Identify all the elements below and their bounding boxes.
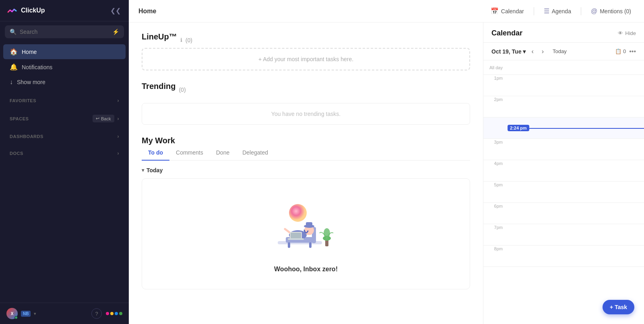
calendar-icon: 📅 — [491, 7, 499, 15]
time-slot-5pm-content — [508, 182, 644, 202]
mentions-button[interactable]: @ Mentions (0) — [588, 5, 634, 17]
svg-rect-11 — [291, 233, 301, 238]
tab-done[interactable]: Done — [210, 145, 236, 161]
time-label-2pm: 2pm — [483, 96, 508, 102]
mentions-button-label: Mentions (0) — [600, 8, 631, 14]
lineup-heading: LineUp™ — [142, 32, 177, 41]
tab-comments[interactable]: Comments — [169, 145, 210, 161]
time-slot-2pm: 2pm — [483, 96, 644, 118]
home-icon: 🏠 — [10, 48, 18, 56]
sidebar-item-show-more[interactable]: ↓ Show more — [3, 75, 126, 89]
logo-text: ClickUp — [21, 7, 45, 14]
sidebar-search-container: 🔍 ⚡ — [5, 25, 124, 38]
tab-delegated[interactable]: Delegated — [236, 145, 275, 161]
time-slot-1pm-content — [508, 75, 644, 96]
time-slot-6pm-content — [508, 203, 644, 224]
add-task-fab[interactable]: + Task — [603, 300, 634, 314]
eye-off-icon: 👁 — [618, 30, 623, 36]
svg-rect-9 — [306, 222, 312, 227]
favorites-header[interactable]: FAVORITES › — [6, 95, 122, 107]
time-label-current — [483, 118, 508, 118]
lineup-count: (0) — [186, 37, 192, 43]
tab-comments-label: Comments — [176, 149, 203, 156]
tab-todo-label: To do — [148, 149, 163, 156]
trending-heading: Trending — [142, 82, 175, 91]
dashboards-header[interactable]: DASHBOARDS › — [6, 130, 122, 142]
svg-rect-5 — [309, 242, 312, 248]
trending-count: (0) — [179, 87, 186, 93]
sidebar-collapse-button[interactable]: ❮❮ — [109, 5, 122, 16]
today-section: ▾ Today — [142, 167, 470, 289]
user-badge: NB — [21, 311, 31, 317]
bell-icon: 🔔 — [10, 63, 18, 71]
sidebar-item-notifications[interactable]: 🔔 Notifications — [3, 60, 126, 74]
svg-rect-4 — [288, 242, 290, 248]
tab-done-label: Done — [216, 149, 229, 156]
dot-yellow — [110, 312, 114, 315]
sidebar-item-home[interactable]: 🏠 Home — [3, 44, 126, 59]
calendar-prev-button[interactable]: ‹ — [529, 47, 536, 56]
my-work-tabs: To do Comments Done Delegated — [142, 145, 470, 161]
calendar-nav: Oct 19, Tue ▾ ‹ › Today 📋 0 ••• — [483, 43, 644, 60]
lineup-add-placeholder[interactable]: + Add your most important tasks here. — [142, 48, 470, 70]
calendar-date-label[interactable]: Oct 19, Tue ▾ — [491, 48, 526, 55]
time-slot-2pm-content — [508, 96, 644, 117]
left-panel: LineUp™ ℹ (0) + Add your most important … — [129, 23, 483, 324]
trending-section: Trending (0) You have no trending tasks. — [142, 82, 470, 125]
calendar-add-button[interactable]: 📋 0 — [615, 48, 626, 54]
user-dropdown-icon: ▾ — [34, 311, 36, 316]
online-indicator — [14, 316, 18, 319]
agenda-button-label: Agenda — [552, 8, 571, 14]
dot-pink — [106, 312, 109, 315]
time-slot-7pm-content — [508, 224, 644, 245]
time-label-7pm: 7pm — [483, 224, 508, 230]
relaxing-illustration — [266, 195, 346, 259]
calendar-today-button[interactable]: Today — [549, 47, 570, 56]
agenda-button[interactable]: ☰ Agenda — [541, 5, 574, 17]
avatar: X — [6, 308, 18, 319]
top-bar-divider-2 — [581, 7, 581, 15]
chevron-down-icon: ↓ — [10, 78, 13, 86]
back-icon: ↩ — [96, 116, 99, 121]
calendar-next-button[interactable]: › — [539, 47, 546, 56]
dot-green — [119, 312, 122, 315]
favorites-section: FAVORITES › — [0, 91, 129, 108]
footer-icons: ? — [91, 308, 122, 319]
spaces-header[interactable]: SPACES ↩ Back › — [6, 111, 122, 126]
docs-section: DOCS › — [0, 144, 129, 161]
lightning-button[interactable]: ⚡ — [112, 29, 119, 35]
spaces-label: SPACES — [10, 116, 29, 121]
all-day-label: All day — [483, 65, 508, 70]
sidebar-nav: 🏠 Home 🔔 Notifications ↓ Show more — [0, 42, 129, 91]
empty-work-text: Woohoo, Inbox zero! — [274, 266, 338, 273]
back-label: Back — [101, 116, 111, 121]
sidebar-item-home-label: Home — [22, 49, 37, 55]
docs-arrow-icon: › — [118, 151, 120, 156]
calendar-hide-button[interactable]: 👁 Hide — [618, 30, 636, 36]
calendar-button-label: Calendar — [501, 8, 524, 14]
main-content: Home 📅 Calendar ☰ Agenda @ Mentions (0) — [129, 0, 644, 324]
page-title: Home — [138, 8, 156, 15]
calendar-header: Calendar 👁 Hide — [483, 23, 644, 43]
time-label-8pm: 8pm — [483, 246, 508, 251]
today-header[interactable]: ▾ Today — [142, 167, 470, 173]
search-input[interactable] — [20, 29, 109, 35]
trending-header: Trending (0) — [142, 82, 470, 97]
docs-header[interactable]: DOCS › — [6, 147, 122, 159]
user-info[interactable]: X NB ▾ — [6, 308, 36, 319]
my-work-heading: My Work — [142, 136, 175, 145]
svg-point-0 — [289, 204, 307, 222]
time-label-3pm: 3pm — [483, 139, 508, 144]
calendar-more-button[interactable]: ••• — [629, 48, 636, 55]
dashboards-section: DASHBOARDS › — [0, 127, 129, 144]
dashboards-label: DASHBOARDS — [10, 134, 43, 139]
calendar-button[interactable]: 📅 Calendar — [487, 5, 527, 17]
help-button[interactable]: ? — [91, 308, 102, 319]
favorites-label: FAVORITES — [10, 98, 36, 103]
tab-todo[interactable]: To do — [142, 145, 169, 161]
calendar-body: All day 1pm 2pm 2:24 pm — [483, 60, 644, 324]
right-panel: Calendar 👁 Hide Oct 19, Tue ▾ ‹ › Today — [483, 23, 644, 324]
lineup-title-text: LineUp™ — [142, 32, 177, 41]
spaces-back-button[interactable]: ↩ Back — [93, 115, 114, 122]
time-slot-8pm-content — [508, 246, 644, 266]
